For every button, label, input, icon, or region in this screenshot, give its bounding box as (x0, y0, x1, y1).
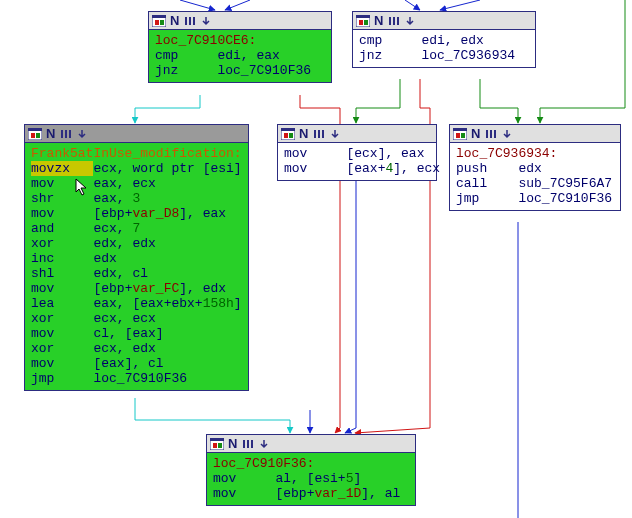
asm-line[interactable]: xor edx, edx (31, 236, 242, 251)
variable-ref[interactable]: var_FC (132, 281, 179, 296)
code-ref[interactable]: sub_7C95F6A7 (518, 176, 612, 191)
asm-line[interactable]: lea eax, [eax+ebx+158h] (31, 296, 242, 311)
asm-line[interactable]: mov [ebp+var_FC], edx (31, 281, 242, 296)
node-body[interactable]: loc_7C936934:push edxcall sub_7C95F6A7jm… (450, 143, 620, 210)
mnemonic: shr (31, 191, 93, 206)
mnemonic: jmp (31, 371, 93, 386)
bars-icon[interactable] (484, 127, 498, 141)
node-body[interactable]: loc_7C910F36:mov al, [esi+5]mov [ebp+var… (207, 453, 415, 505)
node-titlebar[interactable]: N (149, 12, 331, 30)
operand: [ebp+ (93, 206, 132, 221)
window-icon (281, 127, 295, 141)
operand: ], eax (179, 206, 226, 221)
asm-line[interactable]: jmp loc_7C910F36 (456, 191, 614, 206)
operand: ] (234, 296, 242, 311)
asm-line[interactable]: mov [ebp+var_D8], eax (31, 206, 242, 221)
svg-rect-18 (314, 130, 316, 138)
down-arrow-icon[interactable] (199, 14, 213, 28)
svg-rect-1 (152, 15, 166, 18)
node-letter: N (170, 13, 179, 28)
operand: [eax+ (346, 161, 385, 176)
asm-line[interactable]: mov [eax], cl (31, 356, 242, 371)
asm-line[interactable]: jnz loc_7C910F36 (155, 63, 325, 78)
window-icon (356, 14, 370, 28)
node-titlebar[interactable]: N (450, 125, 620, 143)
svg-rect-2 (155, 20, 159, 25)
bars-icon[interactable] (59, 127, 73, 141)
operand: edi, eax (217, 48, 279, 63)
number-literal: 3 (132, 191, 140, 206)
asm-line[interactable]: mov cl, [eax] (31, 326, 242, 341)
down-arrow-icon[interactable] (403, 14, 417, 28)
bars-icon[interactable] (241, 437, 255, 451)
block-loc-7c910ce6[interactable]: Nloc_7C910CE6:cmp edi, eaxjnz loc_7C910F… (148, 11, 332, 83)
svg-rect-12 (393, 17, 395, 25)
node-body[interactable]: loc_7C910CE6:cmp edi, eaxjnz loc_7C910F3… (149, 30, 331, 82)
down-arrow-icon[interactable] (75, 127, 89, 141)
asm-line[interactable]: mov [ebp+var_1D], al (213, 486, 409, 501)
operand: ], al (361, 486, 400, 501)
operand: eax, (93, 191, 132, 206)
node-titlebar[interactable]: N (278, 125, 436, 143)
node-letter: N (46, 126, 55, 141)
bars-icon[interactable] (183, 14, 197, 28)
node-titlebar[interactable]: N (207, 435, 415, 453)
overlay-label: Frank5atInUse_modification: (31, 146, 242, 161)
asm-line[interactable]: push edx (456, 161, 614, 176)
asm-line[interactable]: xor ecx, ecx (31, 311, 242, 326)
variable-ref[interactable]: var_1D (314, 486, 361, 501)
mnemonic: xor (31, 236, 93, 251)
asm-line[interactable]: mov [ecx], eax (284, 146, 430, 161)
operand: ], ecx (393, 161, 440, 176)
asm-line[interactable]: inc edx (31, 251, 242, 266)
svg-rect-10 (364, 20, 368, 25)
block-frank5atinuse[interactable]: NFrank5atInUse_modification:movzx ecx, w… (24, 124, 249, 391)
svg-rect-23 (456, 133, 460, 138)
asm-line[interactable]: cmp edi, eax (155, 48, 325, 63)
node-body[interactable]: Frank5atInUse_modification:movzx ecx, wo… (25, 143, 248, 390)
svg-rect-36 (210, 438, 224, 441)
asm-line[interactable]: mov [eax+4], ecx (284, 161, 430, 176)
down-arrow-icon[interactable] (328, 127, 342, 141)
down-arrow-icon[interactable] (500, 127, 514, 141)
node-body[interactable]: cmp edi, edxjnz loc_7C936934 (353, 30, 535, 67)
node-letter: N (228, 436, 237, 451)
mnemonic: shl (31, 266, 93, 281)
asm-line[interactable]: xor ecx, edx (31, 341, 242, 356)
code-ref[interactable]: loc_7C910F36 (93, 371, 187, 386)
operand: cl, [eax] (93, 326, 163, 341)
node-body[interactable]: mov [ecx], eaxmov [eax+4], ecx (278, 143, 436, 180)
asm-line[interactable]: loc_7C936934: (456, 146, 614, 161)
code-ref[interactable]: loc_7C936934 (421, 48, 515, 63)
svg-rect-27 (494, 130, 496, 138)
number-literal: 7 (132, 221, 140, 236)
asm-line[interactable]: mov eax, ecx (31, 176, 242, 191)
down-arrow-icon[interactable] (257, 437, 271, 451)
asm-line[interactable]: cmp edi, edx (359, 33, 529, 48)
block-loc-7c910f36[interactable]: Nloc_7C910F36:mov al, [esi+5]mov [ebp+va… (206, 434, 416, 506)
asm-line[interactable]: jnz loc_7C936934 (359, 48, 529, 63)
bars-icon[interactable] (387, 14, 401, 28)
window-icon (28, 127, 42, 141)
asm-line[interactable]: shr eax, 3 (31, 191, 242, 206)
asm-line[interactable]: loc_7C910F36: (213, 456, 409, 471)
block-cmp-edi-edx[interactable]: Ncmp edi, edxjnz loc_7C936934 (352, 11, 536, 68)
number-literal: 158h (203, 296, 234, 311)
asm-line[interactable]: and ecx, 7 (31, 221, 242, 236)
asm-line[interactable]: shl edx, cl (31, 266, 242, 281)
block-mov-ecx-eax[interactable]: Nmov [ecx], eaxmov [eax+4], ecx (277, 124, 437, 181)
asm-line[interactable]: jmp loc_7C910F36 (31, 371, 242, 386)
asm-line[interactable]: call sub_7C95F6A7 (456, 176, 614, 191)
node-titlebar[interactable]: N (353, 12, 535, 30)
asm-line[interactable]: mov al, [esi+5] (213, 471, 409, 486)
asm-line[interactable]: loc_7C910CE6: (155, 33, 325, 48)
node-titlebar[interactable]: N (25, 125, 248, 143)
bars-icon[interactable] (312, 127, 326, 141)
block-loc-7c936934[interactable]: Nloc_7C936934:push edxcall sub_7C95F6A7j… (449, 124, 621, 211)
asm-line[interactable]: movzx ecx, word ptr [esi] (31, 161, 242, 176)
code-ref[interactable]: loc_7C910F36 (518, 191, 612, 206)
variable-ref[interactable]: var_D8 (132, 206, 179, 221)
code-ref[interactable]: loc_7C910F36 (217, 63, 311, 78)
operand: [ebp+ (93, 281, 132, 296)
node-letter: N (471, 126, 480, 141)
